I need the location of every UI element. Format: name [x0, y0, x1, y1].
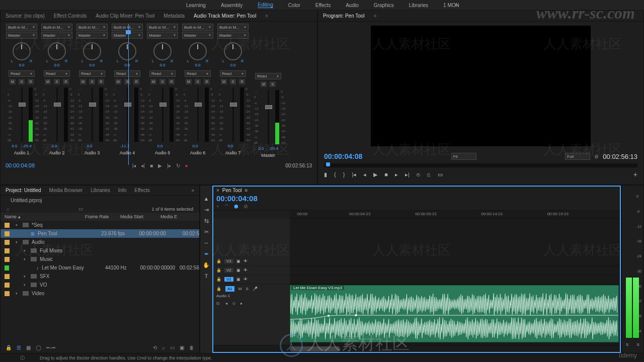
- automation-mode-dropdown[interactable]: Read: [220, 70, 246, 77]
- fader[interactable]: [268, 90, 269, 144]
- automation-mode-dropdown[interactable]: Read: [9, 70, 35, 77]
- track-select-tool-icon[interactable]: ⇥: [202, 206, 210, 214]
- resolution-dropdown[interactable]: Full: [565, 153, 590, 160]
- solo-button[interactable]: S: [246, 287, 248, 291]
- add-marker-icon[interactable]: ⬢: [234, 204, 238, 211]
- ws-graphics[interactable]: Graphics: [374, 3, 394, 8]
- bus-dropdown[interactable]: Master: [76, 32, 108, 39]
- pan-value[interactable]: 0.0: [19, 63, 24, 67]
- label-swatch[interactable]: [5, 265, 9, 270]
- video-track-header[interactable]: 🔒V1▣👁: [213, 275, 290, 284]
- goto-out-icon[interactable]: ▸|: [405, 171, 410, 178]
- loop-icon[interactable]: ↻: [176, 163, 180, 168]
- linked-selection-icon[interactable]: ⌒: [224, 204, 229, 211]
- fader[interactable]: [92, 87, 93, 142]
- record-button[interactable]: R: [204, 79, 210, 84]
- tree-row[interactable]: ▾ Full Mixes: [1, 246, 199, 255]
- video-track-header[interactable]: 🔒V3▣👁: [213, 257, 290, 266]
- snap-icon[interactable]: ⁍: [216, 204, 219, 211]
- pan-value[interactable]: 0.0: [124, 63, 130, 67]
- bus-dropdown[interactable]: Master: [182, 32, 213, 39]
- tree-row[interactable]: ▾ Music: [1, 255, 199, 263]
- record-button[interactable]: R: [63, 79, 69, 84]
- step-back-icon[interactable]: ◂: [363, 171, 366, 178]
- video-track-header[interactable]: 🔒V2▣👁: [213, 266, 290, 275]
- fader-value[interactable]: 0.0: [12, 144, 17, 148]
- col-media-start[interactable]: Media Start: [120, 214, 160, 219]
- solo-left[interactable]: S: [626, 342, 628, 347]
- tree-row[interactable]: ▾ Audio: [1, 238, 199, 246]
- track-target[interactable]: A1: [225, 286, 234, 292]
- fader-value[interactable]: 0.0: [51, 144, 57, 148]
- goto-in-icon[interactable]: |◂: [352, 171, 356, 178]
- pan-knob[interactable]: [118, 42, 136, 60]
- workspace-overflow-icon[interactable]: »: [455, 2, 458, 8]
- pan-value[interactable]: 0.0: [195, 63, 200, 67]
- add-keyframe-icon[interactable]: ◇: [232, 301, 235, 306]
- mute-button[interactable]: M: [80, 79, 86, 84]
- ws-effects[interactable]: Effects: [315, 3, 331, 8]
- pan-value[interactable]: 0.0: [89, 63, 95, 67]
- bin-icon[interactable]: ▭: [78, 206, 83, 212]
- pen-tool-icon[interactable]: ✒: [202, 250, 210, 258]
- track-target[interactable]: V3: [224, 259, 233, 263]
- lock-icon[interactable]: 🔒: [216, 287, 221, 291]
- search-icon[interactable]: ⌕: [7, 206, 10, 212]
- ws-audio[interactable]: Audio: [346, 3, 359, 8]
- automate-icon[interactable]: ⟲: [153, 345, 157, 350]
- icon-view-icon[interactable]: ▦: [26, 345, 31, 350]
- pan-knob[interactable]: [153, 42, 172, 60]
- program-tc-in[interactable]: 00:00:04:08: [324, 152, 362, 160]
- eye-icon[interactable]: 👁: [244, 259, 248, 263]
- expand-arrow-icon[interactable]: ▾: [24, 283, 28, 287]
- mixer-tc-in[interactable]: 00:00:04:08: [6, 162, 35, 168]
- scrub-playhead[interactable]: [326, 162, 330, 166]
- lock-icon[interactable]: 🔒: [216, 277, 221, 282]
- tab-libraries[interactable]: Libraries: [91, 188, 110, 193]
- fader-handle[interactable]: [265, 105, 272, 109]
- record-button[interactable]: R: [28, 79, 34, 84]
- delete-icon[interactable]: 🗑: [189, 345, 194, 350]
- video-track-lane[interactable]: [290, 266, 620, 275]
- eye-icon[interactable]: 👁: [244, 268, 248, 273]
- fader[interactable]: [232, 87, 234, 142]
- slip-tool-icon[interactable]: ↔: [202, 239, 210, 247]
- ws-assembly[interactable]: Assembly: [221, 3, 243, 8]
- solo-button[interactable]: S: [89, 79, 95, 84]
- input-dropdown[interactable]: Built-in M...: [217, 24, 249, 31]
- ws-color[interactable]: Color: [288, 3, 300, 8]
- mute-button[interactable]: M: [238, 287, 242, 291]
- solo-button[interactable]: S: [54, 79, 60, 84]
- mute-button[interactable]: M: [221, 79, 227, 84]
- playhead-line[interactable]: [128, 24, 129, 165]
- label-swatch[interactable]: [5, 248, 10, 253]
- program-scrubber[interactable]: [324, 163, 637, 167]
- tab-program[interactable]: Program: Pen Tool: [323, 13, 365, 19]
- fader[interactable]: [162, 87, 164, 142]
- pan-value[interactable]: 0.0: [159, 63, 165, 67]
- record-button[interactable]: R: [133, 79, 139, 84]
- col-media-end[interactable]: Media E: [160, 214, 195, 219]
- pan-knob[interactable]: [13, 42, 31, 60]
- input-dropdown[interactable]: Built-in M...: [76, 24, 108, 31]
- tab-source[interactable]: Source: (no clips): [6, 13, 45, 19]
- fader-handle[interactable]: [195, 103, 202, 107]
- mark-in-icon[interactable]: {: [334, 171, 336, 177]
- keyframe-mode[interactable]: O.: [216, 301, 220, 306]
- fader-value[interactable]: 0.0: [157, 144, 163, 148]
- voice-icon[interactable]: 🎤: [253, 287, 258, 291]
- mute-button[interactable]: M: [150, 79, 156, 84]
- label-swatch[interactable]: [5, 231, 10, 236]
- solo-right[interactable]: S: [637, 342, 639, 347]
- tab-audio-clip-mixer[interactable]: Audio Clip Mixer: Pen Tool: [96, 13, 154, 19]
- track-target[interactable]: V2: [224, 268, 233, 273]
- video-track-lane[interactable]: [290, 275, 620, 284]
- toggle-output-icon[interactable]: ▣: [236, 277, 240, 282]
- input-dropdown[interactable]: Built-in M...: [112, 24, 143, 31]
- export-frame-icon[interactable]: ▭: [438, 171, 443, 178]
- ws-editing[interactable]: Editing: [258, 2, 273, 8]
- col-framerate[interactable]: Frame Rate: [85, 214, 120, 219]
- record-button[interactable]: R: [98, 79, 104, 84]
- bus-dropdown[interactable]: Master: [6, 32, 37, 39]
- add-marker-icon[interactable]: ▮: [324, 171, 327, 178]
